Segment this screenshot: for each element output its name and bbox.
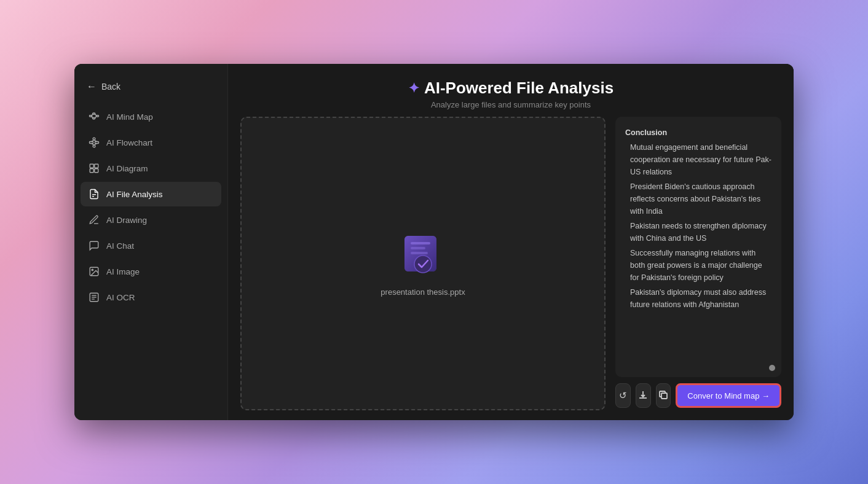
svg-point-11 <box>93 145 95 147</box>
sidebar-item-label: AI Chat <box>106 241 134 251</box>
page-title: ✦ AI-Powered File Analysis <box>240 79 781 98</box>
analysis-paragraph-0: Mutual engagement and beneficial coopera… <box>625 141 771 178</box>
sidebar-item-ai-image[interactable]: AI Image <box>81 259 221 284</box>
svg-rect-18 <box>90 169 93 173</box>
refresh-button[interactable]: ↺ <box>615 383 631 408</box>
file-preview: presentation thesis.pptx <box>381 231 465 297</box>
file-name-label: presentation thesis.pptx <box>381 287 465 297</box>
sidebar-item-label: AI OCR <box>106 293 135 302</box>
sidebar-item-ai-diagram[interactable]: AI Diagram <box>81 156 221 181</box>
sidebar-item-label: AI File Analysis <box>106 190 163 199</box>
app-window: ← Back AI Mind Map <box>74 64 794 420</box>
main-content: ✦ AI-Powered File Analysis Analyze large… <box>228 64 794 420</box>
svg-rect-10 <box>95 142 99 144</box>
page-subtitle: Analyze large files and summarize key po… <box>240 100 781 109</box>
sidebar-item-label: AI Drawing <box>106 216 147 225</box>
svg-point-33 <box>414 256 432 273</box>
scroll-indicator <box>769 365 775 371</box>
download-button[interactable] <box>636 383 651 408</box>
sidebar-item-label: AI Mind Map <box>106 112 153 122</box>
analysis-paragraph-4: Pakistan's diplomacy must also address f… <box>625 286 771 311</box>
sidebar-item-ai-mind-map[interactable]: AI Mind Map <box>81 104 221 129</box>
chat-icon <box>88 240 100 252</box>
file-analysis-icon <box>88 188 100 200</box>
sidebar-nav: AI Mind Map AI Flowchart <box>74 104 227 310</box>
svg-rect-17 <box>95 164 98 168</box>
sidebar-item-label: AI Flowchart <box>106 138 152 147</box>
svg-rect-31 <box>411 247 425 249</box>
download-icon <box>638 390 648 402</box>
analysis-paragraph-2: Pakistan needs to strengthen diplomacy w… <box>625 220 771 244</box>
toolbar: ↺ <box>615 383 781 410</box>
sparkle-icon: ✦ <box>408 80 419 96</box>
ocr-icon <box>88 291 100 303</box>
analysis-section-title: Conclusion <box>625 127 771 139</box>
analysis-content: Conclusion Mutual engagement and benefic… <box>625 127 771 311</box>
image-icon <box>88 265 100 278</box>
back-label: Back <box>101 82 120 92</box>
svg-rect-2 <box>93 118 95 119</box>
mindmap-icon <box>88 111 100 123</box>
sidebar-item-ai-ocr[interactable]: AI OCR <box>81 285 221 310</box>
drawing-icon <box>88 214 100 226</box>
analysis-paragraph-3: Successfully managing relations with bot… <box>625 247 771 284</box>
svg-line-4 <box>92 114 93 116</box>
refresh-icon: ↺ <box>619 390 627 401</box>
svg-line-7 <box>95 116 97 119</box>
analysis-text-box: Conclusion Mutual engagement and benefic… <box>615 117 781 377</box>
analysis-panel: Conclusion Mutual engagement and benefic… <box>615 117 781 410</box>
file-pptx-icon <box>398 231 448 280</box>
copy-icon <box>658 390 668 402</box>
convert-btn-label: Conver to Mind map → <box>687 391 770 400</box>
page-title-text: AI-Powered File Analysis <box>424 79 614 98</box>
file-upload-area[interactable]: presentation thesis.pptx <box>240 117 606 410</box>
svg-rect-19 <box>95 169 98 173</box>
main-body: presentation thesis.pptx Conclusion Mutu… <box>228 117 794 420</box>
back-arrow-icon: ← <box>87 81 97 92</box>
back-button[interactable]: ← Back <box>74 76 227 104</box>
copy-button[interactable] <box>656 383 671 408</box>
sidebar: ← Back AI Mind Map <box>74 64 228 420</box>
svg-rect-16 <box>90 164 93 168</box>
convert-to-mindmap-button[interactable]: Conver to Mind map → <box>676 383 781 408</box>
diagram-icon <box>88 162 100 174</box>
svg-rect-30 <box>411 242 430 244</box>
svg-point-23 <box>92 269 93 270</box>
svg-rect-34 <box>661 393 667 399</box>
svg-rect-1 <box>93 113 95 114</box>
svg-line-5 <box>92 116 93 119</box>
sidebar-item-label: AI Diagram <box>106 164 148 173</box>
sidebar-item-ai-chat[interactable]: AI Chat <box>81 233 221 258</box>
svg-rect-32 <box>411 252 428 254</box>
sidebar-item-label: AI Image <box>106 267 140 276</box>
svg-rect-9 <box>90 142 93 144</box>
sidebar-item-ai-file-analysis[interactable]: AI File Analysis <box>81 182 221 206</box>
svg-rect-0 <box>90 115 92 117</box>
sidebar-item-ai-flowchart[interactable]: AI Flowchart <box>81 130 221 155</box>
main-header: ✦ AI-Powered File Analysis Analyze large… <box>228 64 794 117</box>
svg-line-6 <box>95 114 97 116</box>
svg-point-8 <box>93 138 95 140</box>
svg-rect-3 <box>97 115 99 117</box>
flowchart-icon <box>88 136 100 149</box>
sidebar-item-ai-drawing[interactable]: AI Drawing <box>81 208 221 232</box>
analysis-paragraph-1: President Biden's cautious approach refl… <box>625 181 771 217</box>
